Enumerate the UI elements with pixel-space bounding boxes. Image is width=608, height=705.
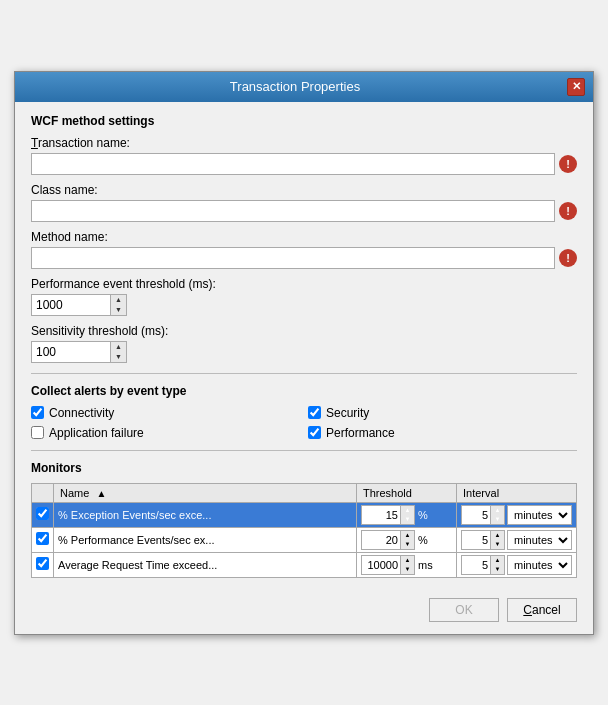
row-0-threshold-input[interactable] bbox=[361, 505, 401, 525]
interval-down[interactable]: ▼ bbox=[491, 540, 504, 549]
class-name-error-icon: ! bbox=[559, 202, 577, 220]
row-1-checkbox[interactable] bbox=[36, 532, 49, 545]
interval-up[interactable]: ▲ bbox=[491, 556, 504, 565]
row-2-checkbox-cell bbox=[32, 552, 54, 577]
method-name-input[interactable] bbox=[31, 247, 555, 269]
appfailure-checkbox[interactable] bbox=[31, 426, 44, 439]
row-0-threshold-cell: ▲▼ % bbox=[357, 502, 457, 527]
method-name-error-icon: ! bbox=[559, 249, 577, 267]
sensitivity-threshold-input[interactable] bbox=[31, 341, 111, 363]
row-1-threshold-spinner: ▲▼ bbox=[401, 530, 415, 550]
monitors-table: Name ▲ Threshold Interval % Exception Ev… bbox=[31, 483, 577, 578]
security-checkbox[interactable] bbox=[308, 406, 321, 419]
security-label: Security bbox=[326, 406, 369, 420]
thresh-down[interactable]: ▼ bbox=[401, 565, 414, 574]
alerts-checkbox-group: Connectivity Security Application failur… bbox=[31, 406, 577, 440]
method-name-label: Method name: bbox=[31, 230, 577, 244]
sort-icon: ▲ bbox=[96, 488, 106, 499]
row-0-interval-unit-select[interactable]: minuteshoursdays bbox=[507, 505, 572, 525]
interval-down[interactable]: ▼ bbox=[491, 515, 504, 524]
interval-up[interactable]: ▲ bbox=[491, 506, 504, 515]
title-bar: Transaction Properties ✕ bbox=[15, 72, 593, 102]
thresh-up[interactable]: ▲ bbox=[401, 531, 414, 540]
separator-2 bbox=[31, 450, 577, 451]
row-1-interval-cell: ▲▼minuteshoursdays bbox=[457, 527, 577, 552]
thresh-up[interactable]: ▲ bbox=[401, 556, 414, 565]
row-1-interval-input[interactable] bbox=[461, 530, 491, 550]
sensitivity-threshold-label: Sensitivity threshold (ms): bbox=[31, 324, 577, 338]
row-2-threshold-unit: ms bbox=[418, 559, 433, 571]
monitors-header-row: Name ▲ Threshold Interval bbox=[32, 483, 577, 502]
alerts-section-title: Collect alerts by event type bbox=[31, 384, 577, 398]
thresh-down[interactable]: ▼ bbox=[401, 540, 414, 549]
cancel-button[interactable]: Cancel bbox=[507, 598, 577, 622]
dialog-body: WCF method settings Transaction name: ! … bbox=[15, 102, 593, 590]
thresh-up[interactable]: ▲ bbox=[401, 506, 414, 515]
row-2-checkbox[interactable] bbox=[36, 557, 49, 570]
sensitivity-threshold-down[interactable]: ▼ bbox=[111, 352, 126, 362]
col-checkbox bbox=[32, 483, 54, 502]
row-1-name: % Performance Events/sec ex... bbox=[54, 527, 357, 552]
row-0-checkbox[interactable] bbox=[36, 507, 49, 520]
row-1-interval-unit-select[interactable]: minuteshoursdays bbox=[507, 530, 572, 550]
row-1-threshold-unit: % bbox=[418, 534, 428, 546]
row-0-name: % Exception Events/sec exce... bbox=[54, 502, 357, 527]
row-0-interval-cell: ▲▼minuteshoursdays bbox=[457, 502, 577, 527]
connectivity-checkbox-item: Connectivity bbox=[31, 406, 300, 420]
row-2-interval-spinner: ▲▼ bbox=[491, 555, 505, 575]
method-name-row: ! bbox=[31, 247, 577, 269]
transaction-properties-dialog: Transaction Properties ✕ WCF method sett… bbox=[14, 71, 594, 635]
row-1-threshold-input[interactable] bbox=[361, 530, 401, 550]
interval-up[interactable]: ▲ bbox=[491, 531, 504, 540]
perf-threshold-down[interactable]: ▼ bbox=[111, 305, 126, 315]
row-1-interval-spinner: ▲▼ bbox=[491, 530, 505, 550]
row-2-interval-input[interactable] bbox=[461, 555, 491, 575]
class-name-label: Class name: bbox=[31, 183, 577, 197]
monitors-section-title: Monitors bbox=[31, 461, 577, 475]
perf-threshold-label: Performance event threshold (ms): bbox=[31, 277, 577, 291]
appfailure-label: Application failure bbox=[49, 426, 144, 440]
transaction-name-row: ! bbox=[31, 153, 577, 175]
monitors-section: Monitors Name ▲ Threshold Interval % Exc… bbox=[31, 461, 577, 578]
row-2-threshold-input[interactable] bbox=[361, 555, 401, 575]
row-2-threshold-cell: ▲▼ ms bbox=[357, 552, 457, 577]
perf-threshold-input[interactable] bbox=[31, 294, 111, 316]
performance-checkbox[interactable] bbox=[308, 426, 321, 439]
row-0-threshold-unit: % bbox=[418, 509, 428, 521]
row-2-interval-unit-select[interactable]: minuteshoursdays bbox=[507, 555, 572, 575]
sensitivity-threshold-spinner: ▲ ▼ bbox=[111, 341, 127, 363]
performance-label: Performance bbox=[326, 426, 395, 440]
appfailure-checkbox-item: Application failure bbox=[31, 426, 300, 440]
close-button[interactable]: ✕ bbox=[567, 78, 585, 96]
col-interval: Interval bbox=[457, 483, 577, 502]
row-1-threshold-cell: ▲▼ % bbox=[357, 527, 457, 552]
ok-button[interactable]: OK bbox=[429, 598, 499, 622]
col-name[interactable]: Name ▲ bbox=[54, 483, 357, 502]
row-2-name: Average Request Time exceed... bbox=[54, 552, 357, 577]
separator-1 bbox=[31, 373, 577, 374]
sensitivity-threshold-up[interactable]: ▲ bbox=[111, 342, 126, 352]
row-0-checkbox-cell bbox=[32, 502, 54, 527]
row-0-interval-input[interactable] bbox=[461, 505, 491, 525]
perf-threshold-wrap: ▲ ▼ bbox=[31, 294, 577, 316]
dialog-footer: OK Cancel bbox=[15, 590, 593, 634]
interval-down[interactable]: ▼ bbox=[491, 565, 504, 574]
perf-threshold-up[interactable]: ▲ bbox=[111, 295, 126, 305]
transaction-name-input[interactable] bbox=[31, 153, 555, 175]
row-0-threshold-spinner: ▲▼ bbox=[401, 505, 415, 525]
sensitivity-threshold-wrap: ▲ ▼ bbox=[31, 341, 577, 363]
thresh-down[interactable]: ▼ bbox=[401, 515, 414, 524]
connectivity-label: Connectivity bbox=[49, 406, 114, 420]
row-0-interval-spinner: ▲▼ bbox=[491, 505, 505, 525]
row-1-checkbox-cell bbox=[32, 527, 54, 552]
col-threshold: Threshold bbox=[357, 483, 457, 502]
dialog-title: Transaction Properties bbox=[23, 79, 567, 94]
table-row: % Exception Events/sec exce...▲▼ %▲▼minu… bbox=[32, 502, 577, 527]
transaction-name-error-icon: ! bbox=[559, 155, 577, 173]
class-name-row: ! bbox=[31, 200, 577, 222]
row-2-interval-cell: ▲▼minuteshoursdays bbox=[457, 552, 577, 577]
class-name-input[interactable] bbox=[31, 200, 555, 222]
wcf-section-title: WCF method settings bbox=[31, 114, 577, 128]
performance-checkbox-item: Performance bbox=[308, 426, 577, 440]
connectivity-checkbox[interactable] bbox=[31, 406, 44, 419]
